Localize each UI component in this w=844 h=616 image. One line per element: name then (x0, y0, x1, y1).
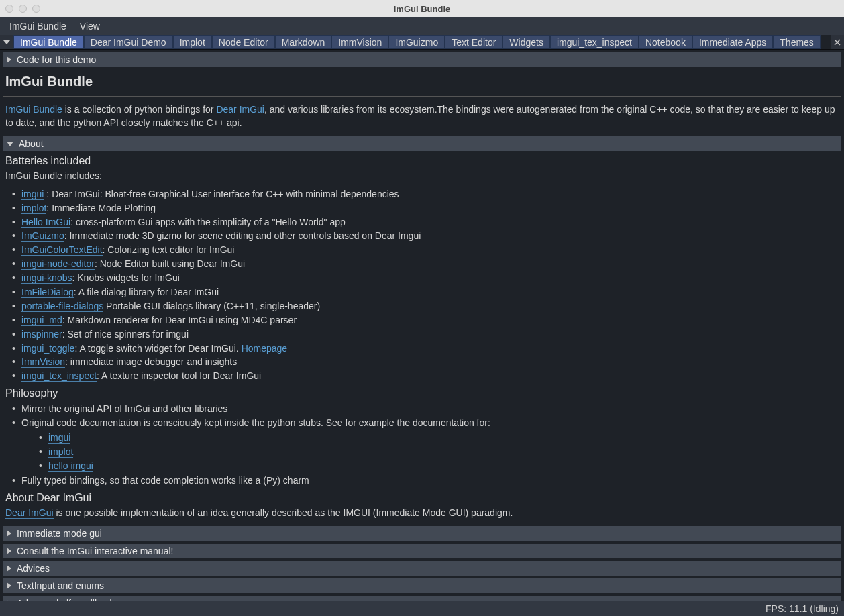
philosophy-sublist: imguiimplothello imgui (21, 431, 841, 473)
fps-label: FPS: 11.1 (Idling) (766, 603, 839, 614)
lib-desc: : Markdown renderer for Dear ImGui using… (62, 315, 297, 325)
link-hello-imgui[interactable]: Hello ImGui (21, 217, 70, 228)
lib-desc: : Immediate mode 3D gizmo for scene edit… (64, 230, 421, 241)
list-item: imspinner: Set of nice spinners for imgu… (12, 327, 841, 342)
collapse-textinput[interactable]: TextInput and enums (3, 578, 841, 593)
list-item: implot: Immediate Mode Plotting (12, 201, 841, 215)
link-imfiledialog[interactable]: ImFileDialog (21, 287, 74, 298)
tab-themes[interactable]: Themes (773, 35, 821, 49)
link-imgui-toggle[interactable]: imgui_toggle (21, 343, 74, 354)
tab-node-editor[interactable]: Node Editor (212, 35, 275, 49)
link-implot[interactable]: implot (21, 203, 46, 214)
list-item: imgui : Dear ImGui: Bloat-free Graphical… (12, 187, 841, 201)
link-imgui-knobs[interactable]: imgui-knobs (21, 272, 72, 284)
tab-dear-imgui-demo[interactable]: Dear ImGui Demo (84, 35, 173, 49)
link-imspinner[interactable]: imspinner (21, 329, 62, 340)
tabbar: ImGui BundleDear ImGui DemoImplotNode Ed… (0, 35, 844, 50)
tab-widgets[interactable]: Widgets (503, 35, 550, 49)
window-title: ImGui Bundle (0, 4, 844, 14)
tab-markdown[interactable]: Markdown (275, 35, 332, 49)
link-hello-imgui[interactable]: hello imgui (48, 460, 93, 472)
menu-view[interactable]: View (74, 19, 105, 34)
list-item: imgui-knobs: Knobs widgets for ImGui (12, 271, 841, 285)
link-imguizmo[interactable]: ImGuizmo (21, 230, 64, 242)
list-item: imgui-node-editor: Node Editor built usi… (12, 257, 841, 271)
list-item: hello imgui (39, 459, 841, 473)
consult-manual-label: Consult the ImGui interactive manual! (17, 546, 173, 556)
lib-desc: : Knobs widgets for ImGui (72, 272, 179, 283)
content-area: Code for this demo ImGui Bundle ImGui Bu… (0, 50, 844, 601)
philosophy-list: Mirror the original API of ImGui and oth… (3, 402, 841, 487)
list-item: implot (39, 445, 841, 459)
link-dear-imgui[interactable]: Dear ImGui (216, 104, 264, 115)
link-imgui[interactable]: imgui (21, 189, 44, 200)
intro-text-1: is a collection of python bindings for (62, 104, 217, 115)
chevron-right-icon (7, 582, 11, 589)
lib-desc: : Immediate Mode Plotting (46, 203, 156, 213)
chevron-right-icon (7, 565, 11, 572)
libs-list: imgui : Dear ImGui: Bloat-free Graphical… (3, 187, 841, 383)
philosophy-p3: Fully typed bindings, so that code compl… (21, 475, 309, 486)
collapse-consult-manual[interactable]: Consult the ImGui interactive manual! (3, 544, 841, 558)
link-homepage[interactable]: Homepage (242, 343, 288, 354)
link-dear-imgui-2[interactable]: Dear ImGui (5, 507, 54, 519)
lib-desc: Portable GUI dialogs library (C++11, sin… (103, 301, 320, 311)
list-item: ImmVision: immediate image debugger and … (12, 355, 841, 369)
tab-imguizmo[interactable]: ImGuizmo (388, 35, 445, 49)
link-imgui[interactable]: imgui (48, 432, 70, 444)
tab-list-menu-icon[interactable] (0, 35, 13, 49)
batteries-sub: ImGui Bundle includes: (3, 170, 841, 187)
chevron-right-icon (7, 56, 11, 63)
list-item: imgui_md: Markdown renderer for Dear ImG… (12, 313, 841, 327)
list-item: portable-file-dialogs Portable GUI dialo… (12, 299, 841, 313)
link-portable-file-dialogs[interactable]: portable-file-dialogs (21, 301, 103, 312)
list-item: ImGuizmo: Immediate mode 3D gizmo for sc… (12, 229, 841, 243)
statusbar: FPS: 11.1 (Idling) (0, 601, 844, 616)
about-dear-text: is one possible implementation of an ide… (54, 507, 513, 518)
link-imgui-bundle[interactable]: ImGui Bundle (5, 104, 62, 115)
list-item: ImFileDialog: A file dialog library for … (12, 285, 841, 299)
tab-imgui-tex-inspect[interactable]: imgui_tex_inspect (550, 35, 639, 49)
tab-imgui-bundle[interactable]: ImGui Bundle (13, 35, 84, 49)
about-label: About (19, 138, 44, 149)
collapse-about[interactable]: About (3, 136, 841, 151)
immediate-mode-label: Immediate mode gui (17, 528, 102, 539)
list-item: Mirror the original API of ImGui and oth… (12, 402, 841, 416)
chevron-right-icon (7, 548, 11, 554)
lib-desc: : A texture inspector tool for Dear ImGu… (97, 370, 261, 381)
tab-notebook[interactable]: Notebook (639, 35, 692, 49)
tab-immvision[interactable]: ImmVision (331, 35, 388, 49)
collapse-immediate-mode[interactable]: Immediate mode gui (3, 526, 841, 541)
link-implot[interactable]: implot (48, 446, 73, 458)
close-icon[interactable] (831, 35, 844, 49)
separator (3, 96, 841, 97)
list-item: imgui_toggle: A toggle switch widget for… (12, 342, 841, 356)
page-title: ImGui Bundle (3, 67, 841, 93)
tab-immediate-apps[interactable]: Immediate Apps (692, 35, 773, 49)
menubar: ImGui Bundle View (0, 17, 844, 35)
tab-text-editor[interactable]: Text Editor (445, 35, 503, 49)
link-immvision[interactable]: ImmVision (21, 356, 65, 368)
collapse-code-demo[interactable]: Code for this demo (3, 52, 841, 67)
textinput-label: TextInput and enums (17, 580, 104, 591)
link-imgui-md[interactable]: imgui_md (21, 315, 62, 326)
chevron-down-icon (7, 142, 13, 146)
link-imgui-node-editor[interactable]: imgui-node-editor (21, 258, 95, 270)
about-dear-para: Dear ImGui is one possible implementatio… (3, 507, 841, 524)
philosophy-p1: Mirror the original API of ImGui and oth… (21, 403, 227, 414)
lib-desc: : Set of nice spinners for imgui (62, 329, 189, 340)
advices-label: Advices (17, 563, 50, 574)
lib-desc: : Dear ImGui: Bloat-free Graphical User … (44, 189, 399, 199)
list-item: imgui_tex_inspect: A texture inspector t… (12, 369, 841, 383)
batteries-title: Batteries included (3, 151, 841, 170)
list-item: Original code documentation is conscious… (12, 416, 841, 474)
about-dear-title: About Dear ImGui (3, 488, 841, 507)
philosophy-title: Philosophy (3, 383, 841, 402)
list-item: imgui (39, 431, 841, 445)
link-imgui-tex-inspect[interactable]: imgui_tex_inspect (21, 370, 97, 382)
link-imguicolortextedit[interactable]: ImGuiColorTextEdit (21, 244, 103, 256)
collapse-advices[interactable]: Advices (3, 561, 841, 576)
tab-implot[interactable]: Implot (173, 35, 212, 49)
menu-imgui-bundle[interactable]: ImGui Bundle (4, 19, 72, 34)
collapse-glfw[interactable]: Advanced glfw callbacks (3, 596, 841, 601)
